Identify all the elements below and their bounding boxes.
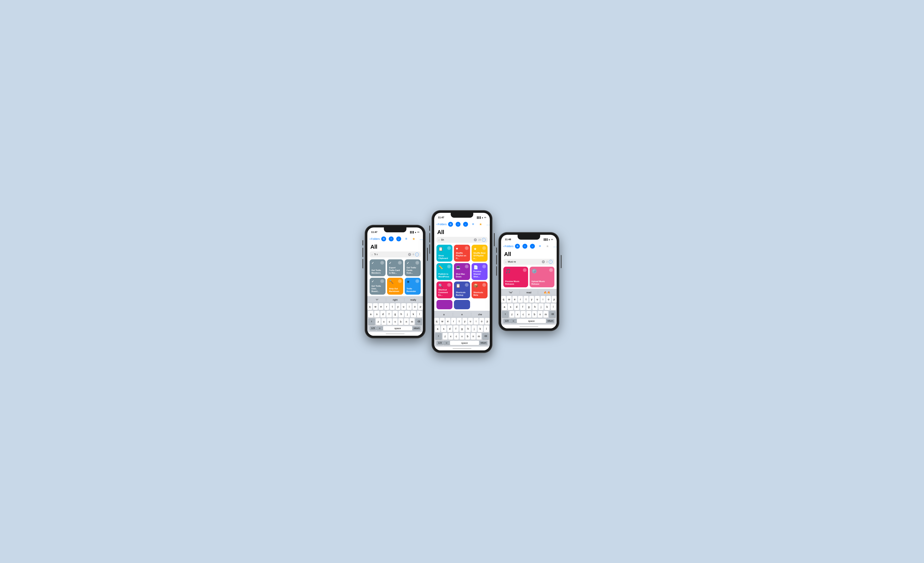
key-g-3[interactable]: g [526,304,531,310]
tile-menu-icon[interactable]: ··· [482,265,486,268]
tile-get-trello-user[interactable]: ··· ✓ Get Trello User, Board... [370,278,386,295]
suggest-read[interactable]: read [520,291,538,294]
num-key-2[interactable]: 123 [436,341,443,345]
key-u-3[interactable]: u [535,296,540,303]
key-t-2[interactable]: t [457,318,462,325]
key-s-3[interactable]: s [508,304,513,310]
key-v-2[interactable]: v [459,333,465,340]
shift-key[interactable]: ⇧ [368,318,375,325]
tile-menu-icon[interactable]: ··· [549,268,553,272]
emoji-key-3[interactable]: ☺ [510,319,517,323]
key-x-3[interactable]: x [515,311,520,318]
tile-menu-icon[interactable]: ··· [447,265,451,268]
key-l[interactable]: l [417,311,422,317]
key-i-3[interactable]: i [540,296,545,303]
tile-show-clipboard[interactable]: ··· 📋 Show Clipboard [436,245,452,262]
more-icon-3[interactable]: … [552,244,556,249]
tile-publish-wordpress[interactable]: ··· ✏️ Publish to WordPress [436,263,452,280]
return-key[interactable]: return [412,326,421,330]
tile-menu-icon[interactable]: ··· [416,279,419,283]
key-y-2[interactable]: y [462,318,467,325]
key-b-3[interactable]: b [532,311,537,318]
key-k-3[interactable]: k [544,304,550,310]
layers-icon-3[interactable]: ⊛ [515,244,520,249]
add-icon-3[interactable]: + [522,244,527,249]
tile-menu-icon[interactable]: ··· [447,283,451,287]
tile-shortcuts-meta[interactable]: ··· 📦 Shortcuts Meta [472,282,488,298]
key-q-2[interactable]: q [434,318,439,325]
key-w-3[interactable]: w [507,296,512,303]
key-l-3[interactable]: l [550,304,556,310]
key-z-2[interactable]: z [442,333,447,340]
key-i[interactable]: i [407,303,412,310]
tile-get-trello-cards[interactable]: ··· ✓ Get Trello Cards from... [405,259,421,276]
search-nav-icon-2[interactable]: ⌕ [463,222,468,227]
return-key-3[interactable]: return [546,319,554,323]
tile-menu-icon[interactable]: ··· [416,261,419,265]
key-r[interactable]: r [384,303,389,310]
key-n-3[interactable]: n [538,311,543,318]
key-m-2[interactable]: m [477,333,482,340]
key-u[interactable]: u [401,303,406,310]
space-key-3[interactable]: space [517,319,546,323]
tile-menu-icon[interactable]: ··· [465,265,469,268]
key-x[interactable]: x [381,318,386,325]
tile-shuffle-best[interactable]: ··· ★ Shuffle Best Of Playlist o... [472,245,488,262]
key-b-2[interactable]: b [465,333,470,340]
key-j-2[interactable]: j [472,325,477,332]
back-button-2[interactable]: ‹ Folders [436,223,447,226]
key-k-2[interactable]: k [478,325,483,332]
tile-shortcut-comment[interactable]: ··· 🔍 Shortcut Comment Ex... [436,282,452,298]
tile-shut-mac-down[interactable]: ··· 💻 Shut Mac Down [454,263,470,280]
star-icon[interactable]: ★ [411,237,416,241]
more-icon[interactable]: … [419,237,423,241]
key-d-3[interactable]: d [514,304,519,310]
delete-key[interactable]: ⌫ [415,318,422,325]
key-j[interactable]: j [405,311,410,317]
key-h-2[interactable]: h [465,325,471,332]
key-s[interactable]: s [374,311,380,317]
key-u-2[interactable]: u [468,318,473,325]
key-n-2[interactable]: n [471,333,476,340]
tile-menu-icon[interactable]: ··· [398,261,402,265]
search-bar-3[interactable]: ⌕ Musi re ✕ 2 ↑ [503,259,554,265]
search-up-1[interactable]: ↑ [415,253,419,256]
suggest-e[interactable]: e [453,313,471,316]
search-query-1[interactable]: Tr r [374,253,407,256]
key-g-2[interactable]: g [459,325,465,332]
key-m-3[interactable]: m [543,311,548,318]
key-l-2[interactable]: l [484,325,489,332]
search-bar-1[interactable]: ⌕ Tr r ✕ 6 ↑ [370,252,421,258]
key-w[interactable]: w [373,303,378,310]
key-e[interactable]: e [379,303,384,310]
key-f-2[interactable]: f [453,325,458,332]
key-e-2[interactable]: e [446,318,450,325]
suggest-r[interactable]: "r" [368,298,386,302]
key-p-2[interactable]: p [485,318,490,325]
tile-menu-icon[interactable]: ··· [482,283,486,287]
key-h-3[interactable]: h [532,304,537,310]
search-clear-3[interactable]: ✕ [542,260,545,263]
search-nav-icon-3[interactable]: ⌕ [530,244,535,249]
filter-icon[interactable]: ≡ [404,237,409,241]
key-c-2[interactable]: c [454,333,459,340]
key-z-3[interactable]: z [510,311,514,318]
filter-icon-2[interactable]: ≡ [471,222,476,227]
key-o-2[interactable]: o [479,318,484,325]
search-nav-icon[interactable]: ⌕ [396,237,401,241]
key-f-3[interactable]: f [520,304,525,310]
tile-trello-reminder[interactable]: ··· ✳ Trello Reminder [405,278,421,295]
key-v-3[interactable]: v [526,311,531,318]
search-clear-2[interactable]: ✕ [474,238,477,241]
key-r-3[interactable]: r [518,296,523,303]
key-r-2[interactable]: r [451,318,456,325]
tile-preview-music[interactable]: ··· 🎵 Preview Music Releases [503,267,528,287]
tile-shortcuts-backup[interactable]: ··· 📋 Shortcuts Backup [454,282,470,298]
key-f[interactable]: f [386,311,392,317]
key-i-2[interactable]: i [474,318,478,325]
tile-menu-icon[interactable]: ··· [465,283,469,287]
key-p-3[interactable]: p [552,296,556,303]
key-x-2[interactable]: x [448,333,453,340]
key-p[interactable]: p [418,303,423,310]
suggest-che[interactable]: che [471,313,489,316]
